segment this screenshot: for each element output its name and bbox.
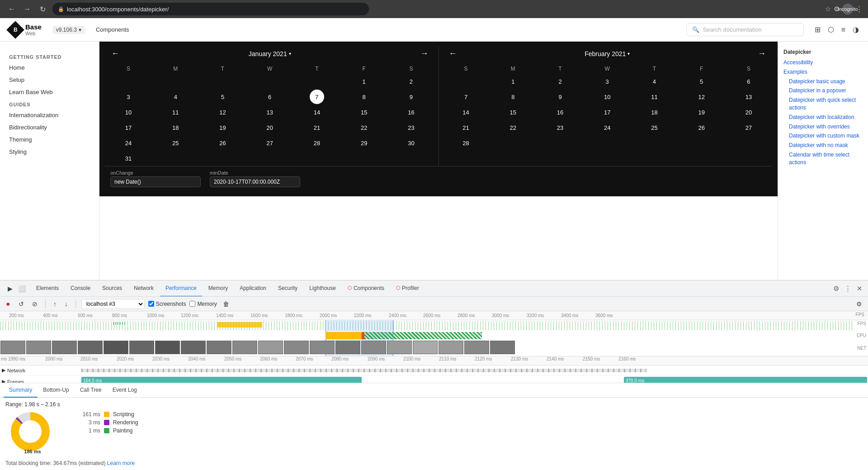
nav-components-link[interactable]: Components — [96, 26, 129, 33]
sidebar-item-bidirectionality[interactable]: Bidirectionality — [0, 121, 99, 133]
star-icon[interactable]: ☆ — [825, 5, 831, 13]
cal-day-jan-15[interactable]: 15 — [357, 105, 371, 119]
performance-settings-button[interactable]: ⚙ — [854, 299, 864, 309]
cal-day-feb-18[interactable]: 18 — [647, 105, 661, 119]
cal-day-jan-13[interactable]: 13 — [263, 105, 277, 119]
onchange-input[interactable] — [110, 176, 201, 187]
address-bar[interactable]: 🔒 localhost:3000/components/datepicker/ — [52, 3, 369, 15]
cal-day-feb-5[interactable]: 5 — [694, 74, 709, 89]
cal-day-feb-19[interactable]: 19 — [694, 105, 709, 119]
memory-checkbox-label[interactable]: Memory — [189, 301, 217, 307]
cal-day-feb-3[interactable]: 3 — [600, 74, 614, 89]
version-badge[interactable]: v9.106.3 ▾ — [52, 26, 85, 34]
clear-button[interactable]: ⊘ — [30, 299, 40, 309]
sidebar-item-home[interactable]: Home — [0, 62, 99, 74]
cal-day-feb-21[interactable]: 21 — [459, 120, 473, 135]
tab-elements[interactable]: Elements — [31, 280, 64, 297]
tab-network[interactable]: Network — [128, 280, 159, 297]
cal-day-jan-18[interactable]: 18 — [168, 120, 183, 135]
sidebar-item-styling[interactable]: Styling — [0, 146, 99, 158]
sidebar-item-internationalization[interactable]: Internationalization — [0, 109, 99, 121]
screenshots-checkbox[interactable] — [148, 301, 154, 307]
cal-day-jan-2[interactable]: 2 — [404, 74, 418, 89]
menu-lines-icon[interactable]: ≡ — [841, 26, 845, 34]
record-button[interactable]: ● — [4, 299, 13, 309]
tab-console[interactable]: Console — [65, 280, 96, 297]
cal-day-jan-23[interactable]: 23 — [404, 120, 418, 135]
cal-day-feb-20[interactable]: 20 — [741, 105, 756, 119]
tab-profiler[interactable]: ⬡ Profiler — [391, 280, 425, 297]
frames-row-label[interactable]: ▶ Frames — [0, 379, 36, 383]
device-toolbar-button[interactable]: ⬜ — [16, 284, 28, 294]
bottom-tab-summary[interactable]: Summary — [4, 383, 38, 398]
cal-day-jan-19[interactable]: 19 — [216, 120, 230, 135]
forward-button[interactable]: → — [21, 3, 33, 15]
cal-day-jan-12[interactable]: 12 — [216, 105, 230, 119]
tab-sources[interactable]: Sources — [97, 280, 127, 297]
cal-day-jan-4[interactable]: 4 — [168, 90, 183, 104]
cal-day-feb-1[interactable]: 1 — [506, 74, 520, 89]
screenshots-checkbox-label[interactable]: Screenshots — [148, 301, 186, 307]
toc-item-examples[interactable]: Examples — [783, 67, 863, 77]
memory-checkbox[interactable] — [189, 301, 195, 307]
toc-item-basic-usage[interactable]: Datepicker basic usage — [783, 77, 863, 86]
tab-memory[interactable]: Memory — [203, 280, 233, 297]
profile-button[interactable]: Incognito — [842, 4, 853, 14]
settings-button[interactable]: ⚙ — [831, 283, 841, 294]
cal-day-feb-23[interactable]: 23 — [553, 120, 567, 135]
clear-recordings-button[interactable]: 🗑 — [221, 299, 231, 309]
cal-day-feb-11[interactable]: 11 — [647, 90, 661, 104]
sidebar-item-learn-base-web[interactable]: Learn Base Web — [0, 86, 99, 98]
toc-item-custom-mask[interactable]: Datepicker with custom mask — [783, 131, 863, 141]
cal-day-feb-28[interactable]: 28 — [459, 136, 473, 150]
tab-application[interactable]: Application — [234, 280, 272, 297]
close-devtools-button[interactable]: ✕ — [855, 283, 864, 294]
reload-button[interactable]: ↻ — [36, 3, 49, 15]
cal-day-jan-25[interactable]: 25 — [168, 136, 183, 150]
sidebar-item-theming[interactable]: Theming — [0, 133, 99, 146]
cal-day-feb-2[interactable]: 2 — [553, 74, 567, 89]
sidebar-item-setup[interactable]: Setup — [0, 74, 99, 86]
feb-prev-button[interactable]: ← — [446, 49, 460, 58]
tab-lighthouse[interactable]: Lighthouse — [304, 280, 341, 297]
cal-day-jan-27[interactable]: 27 — [263, 136, 277, 150]
jan-prev-button[interactable]: ← — [108, 49, 122, 58]
search-box[interactable]: 🔍 Search documentation — [686, 23, 804, 36]
toc-item-overrides[interactable]: Datepicker with overrides — [783, 122, 863, 132]
upload-button[interactable]: ↑ — [51, 299, 59, 309]
cal-day-feb-4[interactable]: 4 — [647, 74, 661, 89]
cal-day-jan-1[interactable]: 1 — [357, 74, 371, 89]
cal-day-feb-13[interactable]: 13 — [741, 90, 756, 104]
bottom-tab-event-log[interactable]: Event Log — [107, 383, 142, 398]
flame-chart[interactable]: FPS CPU NET — [0, 320, 868, 356]
cal-day-jan-21[interactable]: 21 — [310, 120, 324, 135]
cal-day-feb-9[interactable]: 9 — [553, 90, 567, 104]
toc-item-no-mask[interactable]: Datepicker with no mask — [783, 141, 863, 150]
cal-day-feb-22[interactable]: 22 — [506, 120, 520, 135]
download-button[interactable]: ↓ — [62, 299, 70, 309]
cal-day-jan-16[interactable]: 16 — [404, 105, 418, 119]
cal-day-feb-6[interactable]: 6 — [741, 74, 756, 89]
toc-item-popover[interactable]: Datepicker in a popover — [783, 86, 863, 95]
url-selector[interactable]: localhost #3 — [81, 299, 145, 309]
cal-day-feb-25[interactable]: 25 — [647, 120, 661, 135]
cal-day-feb-16[interactable]: 16 — [553, 105, 567, 119]
feb-next-button[interactable]: → — [755, 49, 769, 58]
cal-day-feb-15[interactable]: 15 — [506, 105, 520, 119]
cal-day-feb-7[interactable]: 7 — [459, 90, 473, 104]
cal-day-feb-27[interactable]: 27 — [741, 120, 756, 135]
cal-day-jan-5[interactable]: 5 — [216, 90, 230, 104]
cal-day-jan-10[interactable]: 10 — [121, 105, 136, 119]
cal-day-feb-14[interactable]: 14 — [459, 105, 473, 119]
tab-components[interactable]: ⬡ Components — [342, 280, 390, 297]
grid-icon[interactable]: ⊞ — [815, 25, 821, 34]
cal-day-jan-29[interactable]: 29 — [357, 136, 371, 150]
cal-day-jan-9[interactable]: 9 — [404, 90, 418, 104]
cal-day-jan-28[interactable]: 28 — [310, 136, 324, 150]
toc-item-accessibility[interactable]: Accessibility — [783, 58, 863, 67]
cal-day-jan-30[interactable]: 30 — [404, 136, 418, 150]
cal-day-jan-20[interactable]: 20 — [263, 120, 277, 135]
cal-day-jan-7-selected[interactable]: 7 — [310, 90, 324, 104]
bottom-tab-bottom-up[interactable]: Bottom-Up — [38, 383, 74, 398]
jan-next-button[interactable]: → — [418, 49, 431, 58]
